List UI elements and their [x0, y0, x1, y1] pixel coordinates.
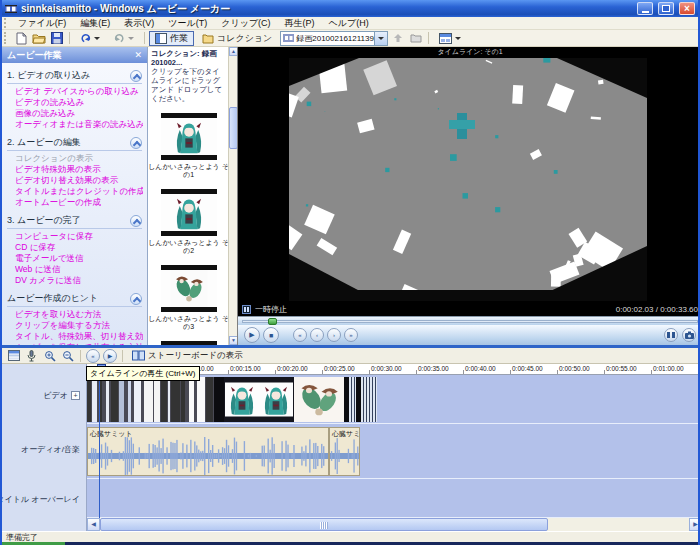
task-link[interactable]: ビデオを取り込む方法	[15, 309, 143, 320]
menu-item-2[interactable]: 表示(V)	[117, 17, 161, 30]
task-link[interactable]: タイトルまたはクレジットの作成	[15, 186, 143, 197]
menu-item-3[interactable]: ツール(T)	[161, 17, 214, 30]
task-link[interactable]: ビデオ切り替え効果の表示	[15, 175, 143, 186]
redo-dropdown-icon[interactable]	[128, 37, 134, 40]
expand-video-track-icon[interactable]: +	[71, 391, 80, 400]
video-clip-5[interactable]	[349, 377, 356, 422]
task-link[interactable]: Web に送信	[15, 264, 143, 275]
task-link[interactable]: コレクションの表示	[15, 153, 143, 164]
seek-track[interactable]	[242, 320, 698, 323]
task-section-header[interactable]: 3. ムービーの完了	[7, 214, 142, 229]
video-clip-3[interactable]	[294, 377, 344, 422]
menu-item-6[interactable]: ヘルプ(H)	[322, 17, 376, 30]
audio-clip[interactable]: 心臓サミット	[87, 427, 329, 476]
video-track[interactable]	[87, 375, 700, 424]
collection-clip[interactable]: しんかいさみっとよう その3	[148, 265, 229, 331]
video-clip-gap[interactable]	[214, 377, 224, 422]
forward-button[interactable]: »	[344, 328, 358, 342]
close-button[interactable]: ×	[679, 2, 695, 15]
stop-button[interactable]: ■	[263, 327, 279, 343]
task-link[interactable]: コンピュータに保存	[15, 231, 143, 242]
task-link[interactable]: タイトル、特殊効果、切り替え効果の追加方法	[15, 331, 143, 342]
video-clip-7[interactable]	[361, 377, 377, 422]
menu-bar: ファイル(F)編集(E)表示(V)ツール(T)クリップ(C)再生(P)ヘルプ(H…	[2, 17, 698, 30]
scroll-up-icon[interactable]: ▲	[229, 47, 238, 56]
collection-clip[interactable]: しんかいさみっとよう その2	[148, 189, 229, 255]
chevron-up-icon[interactable]	[130, 70, 142, 82]
seek-bar[interactable]	[238, 316, 700, 325]
chevron-up-icon[interactable]	[130, 137, 142, 149]
task-link[interactable]: ビデオ特殊効果の表示	[15, 164, 143, 175]
ruler-label: 0:00:15.00	[230, 365, 261, 372]
views-button[interactable]	[433, 31, 467, 46]
menu-item-5[interactable]: 再生(P)	[278, 17, 322, 30]
play-timeline-button[interactable]: ▶	[103, 349, 117, 363]
play-button[interactable]: ▶	[244, 327, 260, 343]
take-picture-button[interactable]	[682, 328, 696, 342]
playhead-line[interactable]	[99, 364, 100, 518]
audio-clip[interactable]: 心臓サミット	[329, 427, 360, 476]
collection-scroll-thumb[interactable]	[229, 107, 238, 149]
video-clip-slices	[87, 377, 214, 422]
back-button[interactable]: «	[293, 328, 307, 342]
split-clip-button[interactable]	[664, 328, 678, 342]
open-project-button[interactable]	[31, 31, 47, 46]
video-clip-2[interactable]	[224, 377, 294, 422]
ruler-label: 0:00:50.00	[559, 365, 590, 372]
collections-button[interactable]: コレクション	[196, 31, 278, 46]
undo-dropdown-icon[interactable]	[94, 37, 100, 40]
title-overlay-track[interactable]	[87, 479, 700, 518]
video-clip-1[interactable]	[87, 377, 214, 422]
chevron-up-icon[interactable]	[130, 215, 142, 227]
task-section-header[interactable]: 2. ムービーの編集	[7, 136, 142, 151]
rewind-timeline-button[interactable]: «	[86, 349, 100, 363]
timeline-view-icon[interactable]	[6, 349, 21, 362]
redo-button[interactable]	[108, 31, 140, 46]
save-button[interactable]	[49, 31, 65, 46]
scroll-left-icon[interactable]: ◀	[87, 518, 100, 531]
task-section-header[interactable]: ムービー作成のヒント	[7, 292, 142, 307]
combobox-dropdown-button[interactable]	[374, 32, 387, 45]
collection-clip[interactable]: しんかいさみっとよう その1	[148, 113, 229, 179]
show-storyboard-button[interactable]: ストーリーボードの表示	[128, 349, 247, 363]
timeline-scrollbar[interactable]: ◀ ▶	[87, 518, 700, 531]
previous-frame-button[interactable]: ‹	[310, 328, 324, 342]
views-dropdown-icon[interactable]	[455, 37, 461, 40]
narration-mic-button[interactable]	[24, 349, 39, 362]
task-link[interactable]: DV カメラに送信	[15, 275, 143, 286]
menu-item-1[interactable]: 編集(E)	[73, 17, 117, 30]
menu-item-4[interactable]: クリップ(C)	[214, 17, 277, 30]
collection-scrollbar[interactable]: ▲ ▼	[228, 47, 237, 345]
new-collection-folder-button[interactable]	[408, 31, 424, 46]
collection-combobox[interactable]: 録画20100216121139未圧縮(1)	[280, 31, 388, 46]
task-link[interactable]: ビデオ デバイスからの取り込み	[15, 86, 143, 97]
zoom-in-button[interactable]	[42, 349, 57, 362]
audio-track[interactable]: 心臓サミット心臓サミット	[87, 424, 700, 479]
scroll-down-icon[interactable]: ▼	[229, 336, 238, 345]
task-link[interactable]: 電子メールで送信	[15, 253, 143, 264]
task-link[interactable]: ビデオの読み込み	[15, 97, 143, 108]
menu-grip	[4, 18, 9, 28]
tasks-button[interactable]: 作業	[149, 31, 194, 46]
task-link[interactable]: オーディオまたは音楽の読み込み	[15, 119, 143, 130]
scroll-right-icon[interactable]: ▶	[689, 518, 700, 531]
next-frame-button[interactable]: ›	[327, 328, 341, 342]
menu-item-0[interactable]: ファイル(F)	[11, 17, 73, 30]
new-project-button[interactable]	[13, 31, 29, 46]
minimize-button[interactable]	[637, 2, 653, 15]
restore-button[interactable]	[658, 2, 674, 15]
audio-track-label: オーディオ/音楽	[21, 444, 80, 455]
clip-caption: しんかいさみっとよう その2	[148, 239, 229, 255]
task-link[interactable]: クリップを編集する方法	[15, 320, 143, 331]
seek-thumb[interactable]	[268, 318, 277, 325]
task-link[interactable]: CD に保存	[15, 242, 143, 253]
chevron-up-icon[interactable]	[130, 293, 142, 305]
task-section-header[interactable]: 1. ビデオの取り込み	[7, 69, 142, 84]
task-link[interactable]: 画像の読み込み	[15, 108, 143, 119]
up-level-button[interactable]	[390, 31, 406, 46]
task-pane-close-icon[interactable]: ✕	[134, 50, 142, 60]
zoom-out-button[interactable]	[60, 349, 75, 362]
timeline-scroll-thumb[interactable]	[100, 518, 548, 531]
undo-button[interactable]	[74, 31, 106, 46]
task-link[interactable]: オートムービーの作成	[15, 197, 143, 208]
